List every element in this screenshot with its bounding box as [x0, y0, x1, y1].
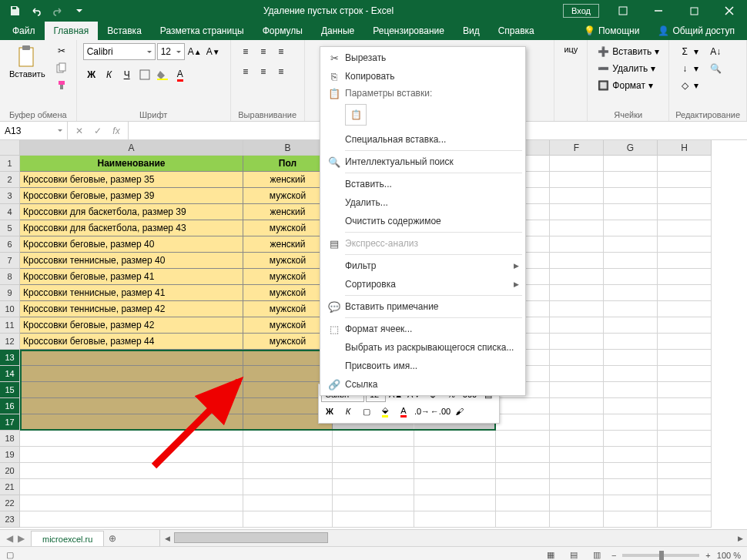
cell[interactable]: [604, 188, 658, 204]
align-left-icon[interactable]: ≡: [237, 63, 254, 80]
mini-inc-decimal-icon[interactable]: ←.00: [432, 404, 449, 419]
row-header[interactable]: 13: [0, 350, 20, 366]
cell[interactable]: [604, 172, 658, 188]
cell[interactable]: [20, 414, 243, 431]
cell[interactable]: [550, 398, 604, 414]
increase-font-icon[interactable]: A▲: [186, 43, 203, 60]
cell[interactable]: [604, 414, 658, 431]
paste-button[interactable]: Вставить: [6, 43, 49, 81]
add-sheet-icon[interactable]: ⊕: [104, 530, 121, 546]
tab-formulas[interactable]: Формулы: [253, 22, 312, 40]
cell[interactable]: [658, 382, 712, 398]
cell[interactable]: [550, 382, 604, 398]
cell[interactable]: Кроссовки беговые, размер 41: [20, 269, 243, 285]
cell[interactable]: [243, 463, 333, 479]
zoom-out-icon[interactable]: −: [611, 551, 616, 560]
minimize-icon[interactable]: [641, 0, 676, 22]
maximize-icon[interactable]: [676, 0, 712, 22]
row-header[interactable]: 8: [0, 269, 20, 285]
ctx-pick-from-list[interactable]: Выбрать из раскрывающегося списка...: [320, 338, 525, 357]
cell[interactable]: [550, 204, 604, 220]
cell[interactable]: [333, 495, 414, 511]
cell[interactable]: [496, 463, 550, 479]
mini-fill-icon[interactable]: ⬙: [377, 404, 394, 419]
cell[interactable]: [20, 511, 243, 528]
cell[interactable]: [604, 382, 658, 398]
cell[interactable]: [604, 398, 658, 414]
cell[interactable]: [550, 236, 604, 253]
cell[interactable]: [604, 204, 658, 220]
cell[interactable]: [658, 398, 712, 414]
ctx-define-name[interactable]: Присвоить имя...: [320, 357, 525, 375]
italic-button[interactable]: К: [101, 66, 118, 83]
cell[interactable]: [604, 511, 658, 528]
cell[interactable]: [604, 463, 658, 479]
col-header[interactable]: F: [550, 140, 604, 156]
cell[interactable]: [604, 334, 658, 350]
row-header[interactable]: 10: [0, 301, 20, 317]
ctx-format-cells[interactable]: ⬚Формат ячеек...: [320, 320, 525, 338]
row-header[interactable]: 7: [0, 253, 20, 269]
cell[interactable]: Кроссовки теннисные, размер 40: [20, 253, 243, 269]
cell[interactable]: [550, 269, 604, 285]
scroll-thumb[interactable]: [174, 532, 328, 543]
cut-icon[interactable]: ✂: [53, 43, 70, 59]
fill-button[interactable]: ↓▾: [675, 60, 702, 76]
cell[interactable]: [658, 431, 712, 447]
cell[interactable]: [20, 447, 243, 463]
page-layout-icon[interactable]: ▤: [565, 548, 582, 561]
cell[interactable]: [414, 495, 496, 511]
font-name-select[interactable]: Calibri: [83, 43, 156, 60]
cell[interactable]: [658, 479, 712, 495]
border-icon[interactable]: [136, 66, 153, 83]
cell[interactable]: [550, 156, 604, 172]
tab-view[interactable]: Вид: [454, 22, 489, 40]
cell[interactable]: [604, 269, 658, 285]
cell[interactable]: [550, 253, 604, 269]
cell[interactable]: [658, 511, 712, 528]
underline-button[interactable]: Ч: [119, 66, 136, 83]
page-break-icon[interactable]: ▥: [588, 548, 605, 561]
cell[interactable]: [496, 431, 550, 447]
col-header[interactable]: G: [604, 140, 658, 156]
cell[interactable]: [414, 431, 496, 447]
row-header[interactable]: 9: [0, 285, 20, 301]
cell[interactable]: [658, 495, 712, 511]
cancel-formula-icon[interactable]: ✕: [71, 122, 88, 139]
cell[interactable]: Кроссовки беговые, размер 40: [20, 236, 243, 253]
cell[interactable]: [496, 447, 550, 463]
cell[interactable]: [604, 220, 658, 236]
cell[interactable]: [496, 495, 550, 511]
cell[interactable]: [658, 269, 712, 285]
cell[interactable]: [496, 398, 550, 414]
mini-bold-button[interactable]: Ж: [321, 404, 338, 419]
cell[interactable]: [658, 236, 712, 253]
horizontal-scrollbar[interactable]: ◀ ▶: [159, 530, 747, 546]
share-button[interactable]: 👤Общий доступ: [648, 22, 744, 40]
zoom-slider[interactable]: [622, 554, 699, 557]
row-header[interactable]: 5: [0, 220, 20, 236]
row-header[interactable]: 12: [0, 334, 20, 350]
align-right-icon[interactable]: ≡: [273, 63, 290, 80]
ctx-copy[interactable]: ⎘Копировать: [320, 67, 525, 86]
cell[interactable]: [414, 511, 496, 528]
tab-file[interactable]: Файл: [3, 22, 45, 40]
login-button[interactable]: Вход: [563, 4, 599, 18]
cell[interactable]: [604, 301, 658, 317]
tab-help[interactable]: Справка: [489, 22, 544, 40]
cell[interactable]: Кроссовки беговые, размер 39: [20, 188, 243, 204]
cell[interactable]: [243, 511, 333, 528]
row-header[interactable]: 17: [0, 414, 20, 431]
cell[interactable]: [333, 463, 414, 479]
format-table-button[interactable]: ицу: [561, 43, 581, 56]
tab-review[interactable]: Рецензирование: [363, 22, 454, 40]
redo-icon[interactable]: [48, 0, 68, 22]
ctx-paste-special[interactable]: Специальная вставка...: [320, 130, 525, 149]
cells-delete-button[interactable]: ➖Удалить ▾: [594, 60, 662, 76]
tab-data[interactable]: Данные: [312, 22, 363, 40]
ctx-smart-lookup[interactable]: 🔍Интеллектуальный поиск: [320, 153, 525, 171]
cell[interactable]: [658, 317, 712, 334]
cell[interactable]: [604, 495, 658, 511]
cell[interactable]: [658, 285, 712, 301]
cell[interactable]: [604, 317, 658, 334]
